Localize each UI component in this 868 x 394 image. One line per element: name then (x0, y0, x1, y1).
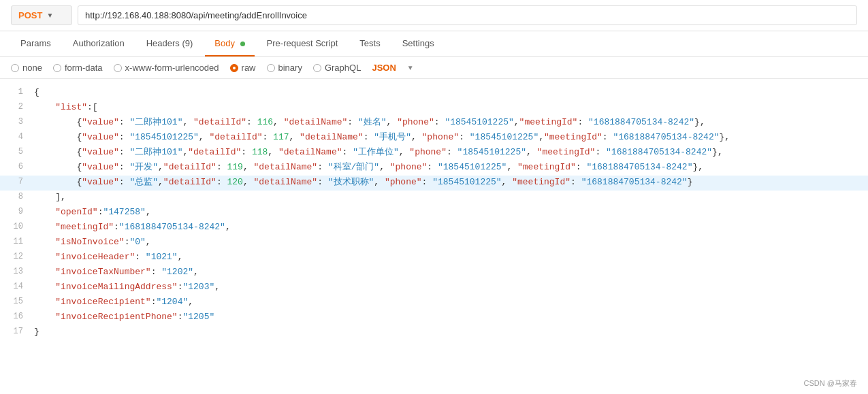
line-number: 3 (0, 116, 34, 129)
line-content: "isNoInvoice":"0", (34, 235, 868, 250)
line-number: 13 (0, 265, 34, 278)
radio-form-data[interactable]: form-data (53, 63, 103, 73)
line-number: 12 (0, 250, 34, 263)
code-line: 10 "meetingId":"1681884705134-8242", (0, 220, 868, 235)
line-number: 7 (0, 176, 34, 188)
radio-none-label: none (22, 63, 42, 73)
code-line: 15 "invoiceRecipient":"1204", (0, 295, 868, 310)
code-editor[interactable]: 1{2 "list":[3 {"value": "二郎神101", "detai… (0, 79, 868, 347)
line-content: "openId":"147258", (34, 206, 868, 220)
code-line: 4 {"value": "18545101225", "detailId": 1… (0, 131, 868, 146)
tabs-row: Params Authorization Headers (9) Body Pr… (0, 31, 868, 57)
code-line: 6 {"value": "开发","detailId": 119, "detai… (0, 161, 868, 176)
code-line: 3 {"value": "二郎神101", "detailId": 116, "… (0, 116, 868, 131)
line-number: 16 (0, 310, 34, 323)
radio-binary-label: binary (278, 63, 302, 73)
line-number: 1 (0, 86, 34, 99)
line-number: 14 (0, 280, 34, 293)
radio-raw-circle (230, 64, 238, 72)
app-container: POST ▼ Params Authorization Headers (9) … (0, 0, 868, 394)
code-line: 7 {"value": "总监","detailId": 120, "detai… (0, 176, 868, 191)
line-number: 5 (0, 146, 34, 159)
line-content: {"value": "开发","detailId": 119, "detailN… (34, 161, 868, 175)
tab-pre-request[interactable]: Pre-request Script (257, 31, 348, 56)
radio-form-data-label: form-data (65, 63, 103, 73)
line-content: {"value": "二郎神101", "detailId": 116, "de… (34, 116, 868, 130)
method-chevron-icon: ▼ (46, 12, 53, 19)
radio-graphql[interactable]: GraphQL (313, 63, 361, 73)
tab-body[interactable]: Body (205, 31, 254, 56)
line-number: 17 (0, 325, 34, 338)
line-number: 10 (0, 220, 34, 233)
tab-params[interactable]: Params (11, 31, 61, 56)
body-type-row: none form-data x-www-form-urlencoded raw… (0, 57, 868, 79)
radio-urlencoded[interactable]: x-www-form-urlencoded (114, 63, 219, 73)
tab-settings[interactable]: Settings (393, 31, 444, 56)
radio-none[interactable]: none (11, 63, 42, 73)
line-number: 8 (0, 191, 34, 203)
code-line: 14 "invoiceMailingAddress":"1203", (0, 280, 868, 295)
code-line: 16 "invoiceRecipientPhone":"1205" (0, 310, 868, 325)
line-content: "invoiceRecipientPhone":"1205" (34, 310, 868, 325)
radio-form-data-circle (53, 64, 61, 72)
json-format-dropdown-icon[interactable]: ▼ (407, 64, 414, 71)
line-number: 9 (0, 206, 34, 218)
line-content: "invoiceHeader": "1021", (34, 250, 868, 265)
code-line: 12 "invoiceHeader": "1021", (0, 250, 868, 265)
tab-headers[interactable]: Headers (9) (137, 31, 203, 56)
line-content: "invoiceTaxNumber": "1202", (34, 265, 868, 280)
tab-authorization[interactable]: Authorization (63, 31, 134, 56)
watermark: CSDN @马家春 (804, 378, 857, 389)
line-content: ], (34, 191, 868, 205)
code-line: 8 ], (0, 191, 868, 206)
code-line: 5 {"value": "二郎神101","detailId": 118, "d… (0, 146, 868, 161)
line-content: {"value": "总监","detailId": 120, "detailN… (34, 176, 868, 190)
line-content: "meetingId":"1681884705134-8242", (34, 220, 868, 235)
code-line: 1{ (0, 86, 868, 101)
line-number: 6 (0, 161, 34, 174)
line-number: 15 (0, 295, 34, 308)
method-label: POST (18, 10, 42, 20)
radio-raw-label: raw (242, 63, 256, 73)
radio-none-circle (11, 64, 19, 72)
url-bar: POST ▼ (0, 0, 868, 31)
line-content: } (34, 325, 868, 340)
tab-tests[interactable]: Tests (350, 31, 389, 56)
code-line: 17} (0, 325, 868, 340)
json-format-label[interactable]: JSON (372, 63, 396, 73)
line-number: 4 (0, 131, 34, 144)
radio-binary[interactable]: binary (267, 63, 302, 73)
code-line: 2 "list":[ (0, 101, 868, 116)
method-select[interactable]: POST ▼ (11, 5, 72, 25)
code-line: 11 "isNoInvoice":"0", (0, 235, 868, 250)
line-content: { (34, 86, 868, 100)
line-content: "invoiceMailingAddress":"1203", (34, 280, 868, 295)
body-dot-indicator (240, 42, 245, 46)
radio-graphql-label: GraphQL (325, 63, 361, 73)
line-number: 2 (0, 101, 34, 114)
line-content: "list":[ (34, 101, 868, 115)
radio-graphql-circle (313, 64, 321, 72)
line-content: "invoiceRecipient":"1204", (34, 295, 868, 310)
radio-raw[interactable]: raw (230, 63, 256, 73)
radio-urlencoded-label: x-www-form-urlencoded (125, 63, 219, 73)
url-input[interactable] (78, 5, 857, 25)
line-number: 11 (0, 235, 34, 248)
code-line: 9 "openId":"147258", (0, 206, 868, 220)
radio-binary-circle (267, 64, 275, 72)
line-content: {"value": "18545101225", "detailId": 117… (34, 131, 868, 145)
radio-urlencoded-circle (114, 64, 122, 72)
code-line: 13 "invoiceTaxNumber": "1202", (0, 265, 868, 280)
line-content: {"value": "二郎神101","detailId": 118, "det… (34, 146, 868, 160)
